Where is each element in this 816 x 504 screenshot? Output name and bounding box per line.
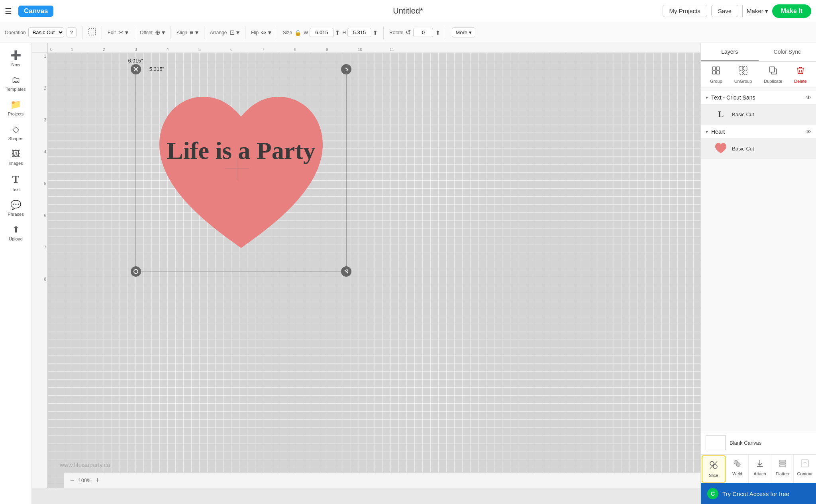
attach-label: Attach (753, 471, 766, 476)
divider (742, 5, 743, 17)
my-projects-button[interactable]: My Projects (663, 5, 707, 17)
width-input[interactable] (310, 28, 333, 37)
zoom-out-button[interactable]: − (70, 476, 75, 484)
sidebar-item-projects[interactable]: 📁 Projects (2, 96, 30, 119)
rotate-input[interactable] (413, 28, 433, 37)
arrange-group: Arrange ⊡ ▾ (210, 29, 239, 36)
ungroup-action[interactable]: UnGroup (734, 66, 752, 84)
deselect-button[interactable] (88, 28, 96, 37)
selection-box[interactable] (135, 69, 347, 272)
layer-thumb-text: L (714, 107, 728, 121)
toolbar: Operation Basic Cut ? Edit ✂ ▾ Offset ⊕ … (0, 22, 816, 43)
sep5 (204, 26, 204, 39)
title-input[interactable] (358, 6, 459, 16)
layer-group-text-header[interactable]: ▾ Text - Cricut Sans 👁 (701, 91, 816, 104)
ruler-v-5: 5 (44, 182, 46, 214)
svg-point-6 (134, 270, 138, 273)
sidebar-item-text[interactable]: T Text (2, 170, 30, 195)
align-button[interactable]: ≡ ▾ (190, 29, 198, 36)
sidebar-item-templates[interactable]: 🗂 Templates (2, 72, 30, 95)
ruler-corner (32, 43, 48, 53)
sidebar-item-phrases[interactable]: 💬 Phrases (2, 197, 30, 220)
phrases-icon: 💬 (10, 200, 21, 210)
sidebar-item-shapes[interactable]: ◇ Shapes (2, 121, 30, 144)
layer-group-text: ▾ Text - Cricut Sans 👁 L Basic Cut (701, 91, 816, 125)
ruler-h-9: 9 (324, 47, 355, 52)
watermark-text: www.lifeisaparty.ca (60, 461, 110, 468)
sep2 (102, 26, 102, 39)
layer-item-heart-basic-cut[interactable]: Basic Cut (701, 138, 816, 159)
sidebar-item-new[interactable]: ➕ New (2, 47, 30, 70)
slice-icon (709, 460, 718, 472)
height-stepper[interactable]: ⬆ (373, 29, 378, 36)
layer-group-heart-header[interactable]: ▾ Heart 👁 (701, 125, 816, 138)
ruler-vertical: 1 2 3 4 5 6 7 8 (32, 53, 48, 488)
more-button[interactable]: More ▾ (452, 27, 475, 37)
tab-color-sync[interactable]: Color Sync (759, 43, 816, 61)
arrange-button[interactable]: ⊡ ▾ (230, 29, 239, 36)
layer-item-heart-info: Basic Cut (732, 146, 811, 152)
chevron-down-icon-heart: ▾ (706, 129, 708, 135)
cricut-access-banner[interactable]: C Try Cricut Access for free (701, 483, 816, 504)
duplicate-label: Duplicate (764, 79, 782, 84)
svg-rect-13 (739, 71, 743, 74)
sidebar-item-upload[interactable]: ⬆ Upload (2, 221, 30, 244)
handle-bottom-right[interactable] (341, 266, 351, 277)
attach-action[interactable]: Attach (749, 455, 771, 483)
operation-help-button[interactable]: ? (67, 27, 76, 37)
tab-layers[interactable]: Layers (701, 43, 759, 61)
canvas-container[interactable]: 0 1 2 3 4 5 6 7 8 9 10 11 1 2 3 4 5 6 7 … (32, 43, 700, 504)
flip-button[interactable]: ⇔ ▾ (261, 29, 271, 36)
rotate-stepper[interactable]: ⬆ (435, 29, 440, 36)
edit-button[interactable]: ✂ ▾ (118, 29, 128, 36)
svg-rect-16 (769, 67, 775, 72)
delete-action[interactable]: Delete (794, 66, 807, 84)
svg-marker-5 (346, 69, 347, 70)
top-bar: ☰ Canvas My Projects Save Maker ▾ Make I… (0, 0, 816, 22)
svg-rect-24 (779, 465, 786, 467)
eye-icon-heart[interactable]: 👁 (806, 129, 811, 135)
handle-top-left[interactable] (131, 64, 141, 74)
upload-icon: ⬆ (12, 225, 20, 235)
maker-dropdown[interactable]: Maker ▾ (747, 8, 768, 15)
width-stepper[interactable]: ⬆ (335, 29, 340, 36)
contour-label: Contour (797, 471, 813, 476)
handle-bottom-left[interactable] (131, 266, 141, 277)
zoom-in-button[interactable]: + (96, 476, 100, 484)
images-icon: 🖼 (12, 149, 20, 159)
ruler-h-1: 1 (69, 47, 100, 52)
sidebar-item-label-text: Text (12, 187, 20, 192)
height-input[interactable] (347, 28, 371, 37)
size-group: Size 🔒 W ⬆ H ⬆ (283, 28, 378, 37)
hamburger-icon[interactable]: ☰ (5, 6, 12, 16)
sidebar-item-images[interactable]: 🖼 Images (2, 146, 30, 169)
delete-label: Delete (794, 79, 807, 84)
contour-action[interactable]: Contour (794, 455, 816, 483)
group-action[interactable]: Group (710, 66, 722, 84)
layer-item-text-op: Basic Cut (732, 111, 811, 117)
delete-icon (796, 66, 805, 78)
flatten-action[interactable]: Flatten (771, 455, 794, 483)
rotate-reset-button[interactable]: ↺ (406, 29, 411, 36)
handle-top-right[interactable] (341, 64, 351, 74)
sep1 (82, 26, 82, 39)
sidebar-item-label-templates: Templates (6, 87, 26, 92)
rotate-group: Rotate ↺ ⬆ (389, 28, 440, 37)
operation-select[interactable]: Basic Cut (28, 27, 64, 37)
weld-action[interactable]: Weld (726, 455, 749, 483)
slice-action[interactable]: Slice (702, 455, 726, 483)
layer-item-text-basic-cut[interactable]: L Basic Cut (701, 104, 816, 125)
duplicate-action[interactable]: Duplicate (764, 66, 782, 84)
layer-group-heart-name: Heart (711, 129, 802, 135)
ruler-h-6: 6 (228, 47, 260, 52)
make-it-button[interactable]: Make It (772, 4, 811, 18)
sep7 (277, 26, 277, 39)
sidebar: ➕ New 🗂 Templates 📁 Projects ◇ Shapes 🖼 … (0, 43, 32, 504)
canvas-badge: Canvas (18, 6, 53, 17)
ruler-h-0: 0 (48, 47, 69, 52)
save-button[interactable]: Save (711, 5, 738, 17)
offset-button[interactable]: ⊕ ▾ (155, 29, 165, 36)
svg-rect-11 (739, 66, 743, 70)
canvas-work-area[interactable]: 6.015" 5.315" Life is a Party (48, 53, 700, 488)
eye-icon-text[interactable]: 👁 (806, 94, 811, 101)
